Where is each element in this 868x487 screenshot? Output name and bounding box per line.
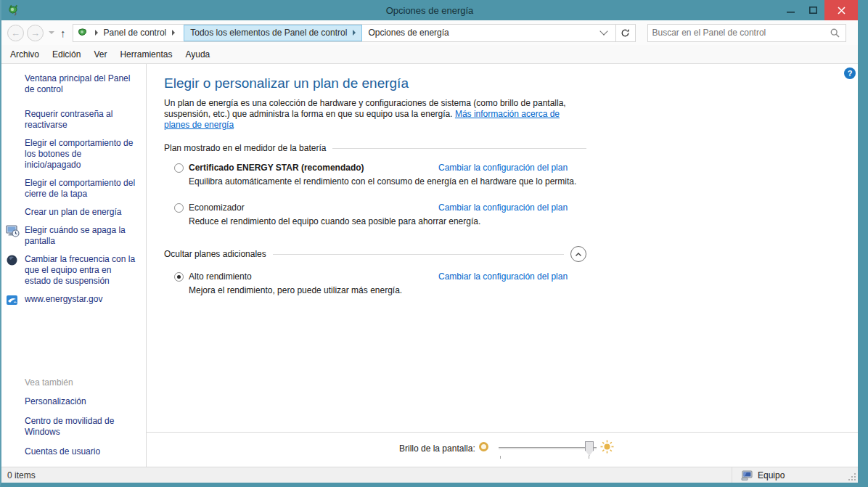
slider-tick [500,456,501,459]
plan-energy-star: Certificado ENERGY STAR (recomendado) Ca… [164,163,570,187]
navigation-toolbar: ← → ↑ Panel de control Todos los element… [1,20,858,45]
computer-status: Equipo [732,467,785,483]
up-one-level-button[interactable]: ↑ [60,27,66,39]
intro-paragraph: Un plan de energía es una colección de h… [164,98,581,131]
resize-grip[interactable] [848,472,856,481]
change-plan-settings-link[interactable]: Cambiar la configuración del plan [438,271,568,282]
address-dropdown-icon[interactable] [599,27,607,35]
brightness-slider-thumb[interactable] [585,441,594,456]
main-content: ? Elegir o personalizar un plan de energ… [147,64,858,432]
window-controls [779,0,858,20]
search-box [647,24,846,42]
items-count: 0 items [1,470,36,480]
page-title: Elegir o personalizar un plan de energía [164,75,858,91]
display-clock-icon [6,225,20,237]
menu-ayuda[interactable]: Ayuda [179,46,216,62]
search-icon[interactable] [830,28,840,38]
minimize-button[interactable] [779,0,802,20]
status-bar: 0 items Equipo [1,467,858,483]
collapse-additional-plans-button[interactable] [570,246,586,262]
sidebar-item-energystar[interactable]: www.energystar.gov [25,294,139,305]
breadcrumb-panel-de-control[interactable]: Panel de control [104,25,167,40]
forward-button[interactable]: → [27,25,44,41]
breadcrumb-opciones-de-energia[interactable]: Opciones de energía [368,25,449,40]
refresh-button[interactable] [615,25,635,41]
window-body: Ventana principal del Panel de control R… [1,64,858,467]
sidebar-item-mobility-center[interactable]: Centro de movilidad de Windows [25,416,139,438]
main-pane: ? Elegir o personalizar un plan de energ… [147,64,858,467]
window-title: Opciones de energía [386,5,474,16]
computer-label: Equipo [758,470,785,480]
menu-edicion[interactable]: Edición [46,46,87,62]
recent-pages-dropdown-icon[interactable] [49,31,54,34]
sleep-icon [6,254,20,266]
title-bar: Opciones de energía [1,0,858,20]
menu-ver[interactable]: Ver [87,46,113,62]
menu-bar: Archivo Edición Ver Herramientas Ayuda [1,45,858,64]
breadcrumb-todos-los-elementos[interactable]: Todos los elementos de Panel de control [184,25,362,41]
see-also-section: Vea también Personalización Centro de mo… [25,377,139,466]
maximize-button[interactable] [802,0,824,20]
breadcrumb-chevron-icon[interactable] [353,30,356,36]
plan-alto-rendimiento: Alto rendimiento Cambiar la configuració… [164,271,570,296]
brightness-slider-track[interactable] [499,447,597,449]
sidebar-tasks-pane: Ventana principal del Panel de control R… [1,64,147,467]
sidebar-item-control-panel-home[interactable]: Ventana principal del Panel de control [25,73,139,95]
brightness-bright-icon [600,440,614,454]
plan-description: Mejora el rendimiento, pero puede utiliz… [189,285,577,296]
search-input[interactable] [648,28,824,38]
address-bar[interactable]: Panel de control Todos los elementos de … [73,24,636,42]
see-also-header: Vea también [25,377,139,388]
energy-star-icon [6,294,20,306]
power-plug-icon [7,4,20,17]
separator [332,148,586,149]
sidebar-item-lid-close[interactable]: Elegir el comportamiento del cierre de l… [25,178,139,200]
help-icon[interactable]: ? [844,67,856,79]
change-plan-settings-link[interactable]: Cambiar la configuración del plan [438,202,568,213]
breadcrumb-chevron-icon[interactable] [172,30,175,36]
menu-herramientas[interactable]: Herramientas [113,46,179,62]
separator [273,254,564,255]
power-options-window: Opciones de energía ← → ↑ Panel de contr… [0,0,868,487]
sidebar-item-create-plan[interactable]: Crear un plan de energía [25,207,139,218]
brightness-dim-icon [479,442,488,451]
breadcrumb-chevron-icon[interactable] [95,30,98,36]
sidebar-item-display-off[interactable]: Elegir cuándo se apaga la pantalla [25,225,139,247]
sidebar-item-personalizacion[interactable]: Personalización [25,396,139,407]
sidebar-item-sleep-timing[interactable]: Cambiar la frecuencia con la que el equi… [25,254,139,287]
sidebar-item-require-password[interactable]: Requerir contraseña al reactivarse [25,109,139,131]
brightness-label: Brillo de la pantalla: [399,443,475,454]
radio-economizador[interactable] [174,203,184,213]
battery-meter-section-header: Plan mostrado en el medidor de la baterí… [164,143,586,153]
sidebar-item-power-buttons[interactable]: Elegir el comportamiento de los botones … [25,138,139,171]
back-button[interactable]: ← [7,25,24,41]
sidebar-item-user-accounts[interactable]: Cuentas de usuario [25,446,139,457]
close-button[interactable] [824,0,858,20]
plan-economizador: Economizador Cambiar la configuración de… [164,202,570,227]
change-plan-settings-link[interactable]: Cambiar la configuración del plan [438,163,568,173]
radio-alto-rendimiento[interactable] [174,272,184,282]
plan-description: Reduce el rendimiento del equipo cuando … [189,216,577,227]
slider-tick [589,456,589,459]
menu-archivo[interactable]: Archivo [4,46,46,62]
address-power-icon [76,27,89,38]
computer-icon [741,470,753,480]
screen-brightness-bar: Brillo de la pantalla: [147,432,858,467]
radio-energy-star[interactable] [174,163,184,173]
plan-description: Equilibra automáticamente el rendimiento… [189,176,577,187]
additional-plans-section-header: Ocultar planes adicionales [164,246,586,262]
